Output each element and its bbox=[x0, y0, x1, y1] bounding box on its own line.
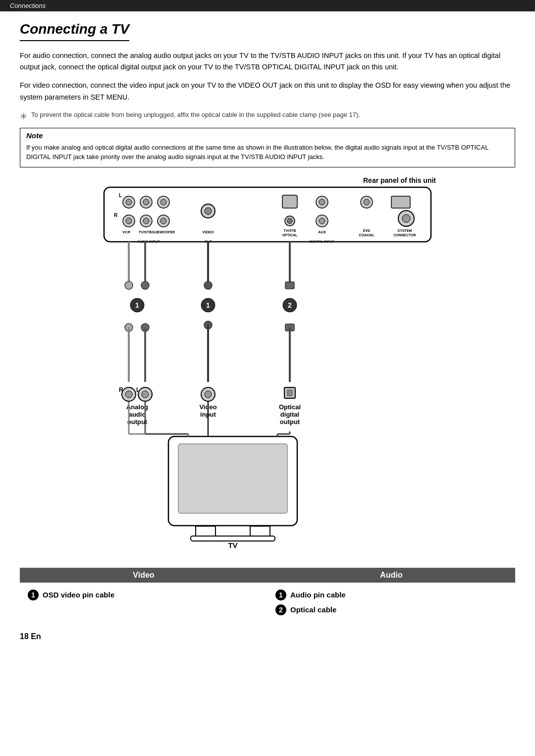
video-items: 1 OSD video pin cable bbox=[20, 583, 268, 622]
svg-rect-79 bbox=[287, 390, 292, 396]
video-item-1: 1 OSD video pin cable bbox=[28, 590, 260, 600]
svg-point-63 bbox=[204, 281, 212, 289]
connection-svg: L R bbox=[99, 186, 436, 558]
svg-point-10 bbox=[319, 199, 325, 205]
bottom-table: Video Audio 1 OSD video pin cable 1 Audi… bbox=[20, 568, 515, 622]
svg-text:SUBWOOFER: SUBWOOFER bbox=[152, 230, 175, 234]
svg-point-58 bbox=[142, 391, 149, 398]
audio-item-2-label: Optical cable bbox=[290, 604, 336, 614]
svg-point-18 bbox=[143, 218, 149, 224]
svg-rect-86 bbox=[250, 526, 270, 537]
page-title: Connecting a TV bbox=[20, 21, 129, 41]
svg-point-55 bbox=[125, 391, 132, 398]
note-text: If you make analog and optical digital a… bbox=[26, 143, 509, 162]
svg-text:— AUDIO INPUT —: — AUDIO INPUT — bbox=[133, 240, 164, 243]
svg-text:output: output bbox=[280, 418, 300, 426]
video-item-1-badge: 1 bbox=[28, 590, 39, 600]
svg-point-5 bbox=[143, 199, 149, 205]
svg-text:1: 1 bbox=[206, 301, 210, 309]
video-header: Video bbox=[20, 568, 268, 583]
tip-text: To prevent the optical cable from being … bbox=[31, 110, 360, 120]
svg-text:SYSTEM: SYSTEM bbox=[398, 229, 412, 232]
svg-text:DVD: DVD bbox=[363, 229, 371, 232]
audio-item-2: 2 Optical cable bbox=[275, 604, 507, 615]
svg-rect-13 bbox=[391, 196, 410, 208]
breadcrumb: Connections bbox=[0, 0, 535, 11]
svg-point-7 bbox=[160, 199, 166, 205]
svg-text:digital: digital bbox=[280, 411, 299, 418]
svg-rect-8 bbox=[282, 195, 297, 208]
video-item-1-label: OSD video pin cable bbox=[43, 590, 114, 599]
svg-point-22 bbox=[205, 208, 212, 215]
svg-point-12 bbox=[364, 199, 370, 205]
tip-section: ✳ To prevent the optical cable from bein… bbox=[20, 110, 515, 122]
note-box: Note If you make analog and optical digi… bbox=[20, 128, 515, 167]
svg-text:COAXIAL: COAXIAL bbox=[359, 233, 374, 237]
svg-point-24 bbox=[287, 218, 292, 223]
audio-item-1-badge: 1 bbox=[275, 590, 286, 600]
page-number: 18 En bbox=[20, 632, 515, 641]
svg-point-46 bbox=[125, 281, 133, 289]
svg-text:audio: audio bbox=[129, 411, 146, 418]
svg-text:VIDEO: VIDEO bbox=[202, 230, 214, 234]
svg-text:TV: TV bbox=[228, 541, 237, 549]
intro-paragraph-1: For audio connection, connect the analog… bbox=[20, 50, 515, 73]
svg-rect-73 bbox=[285, 282, 294, 289]
svg-text:R: R bbox=[114, 213, 118, 218]
svg-text:TV/STB: TV/STB bbox=[284, 229, 296, 232]
audio-header: Audio bbox=[268, 568, 515, 583]
svg-text:OPTICAL: OPTICAL bbox=[282, 233, 298, 237]
svg-point-3 bbox=[126, 199, 132, 205]
audio-item-2-badge: 2 bbox=[275, 604, 286, 615]
audio-item-1: 1 Audio pin cable bbox=[275, 590, 507, 600]
svg-text:———— DIGITAL INPUT ————: ———— DIGITAL INPUT ———— bbox=[295, 240, 349, 243]
svg-point-16 bbox=[126, 218, 132, 224]
svg-text:1: 1 bbox=[135, 301, 139, 309]
svg-text:AUX: AUX bbox=[318, 230, 326, 234]
audio-items: 1 Audio pin cable 2 Optical cable bbox=[268, 583, 515, 622]
svg-point-28 bbox=[402, 215, 410, 222]
note-title: Note bbox=[26, 131, 509, 140]
svg-point-69 bbox=[205, 391, 212, 398]
audio-item-1-label: Audio pin cable bbox=[290, 590, 346, 599]
tip-icon: ✳ bbox=[20, 111, 27, 122]
svg-text:Optical: Optical bbox=[279, 403, 301, 411]
connection-diagram: Rear panel of this unit L R bbox=[20, 176, 515, 558]
svg-rect-84 bbox=[178, 444, 287, 513]
svg-point-45 bbox=[141, 281, 149, 289]
intro-paragraph-2: For video connection, connect the video … bbox=[20, 80, 515, 103]
svg-text:L: L bbox=[119, 193, 122, 198]
svg-text:CONNECTOR: CONNECTOR bbox=[394, 233, 416, 237]
diagram-label: Rear panel of this unit bbox=[99, 176, 436, 184]
svg-text:TV/STB: TV/STB bbox=[139, 230, 152, 234]
svg-rect-85 bbox=[196, 526, 215, 537]
svg-rect-87 bbox=[191, 536, 275, 541]
svg-text:2: 2 bbox=[288, 301, 292, 309]
svg-text:VCR: VCR bbox=[122, 230, 130, 234]
svg-point-20 bbox=[160, 218, 166, 224]
svg-point-26 bbox=[319, 218, 325, 224]
